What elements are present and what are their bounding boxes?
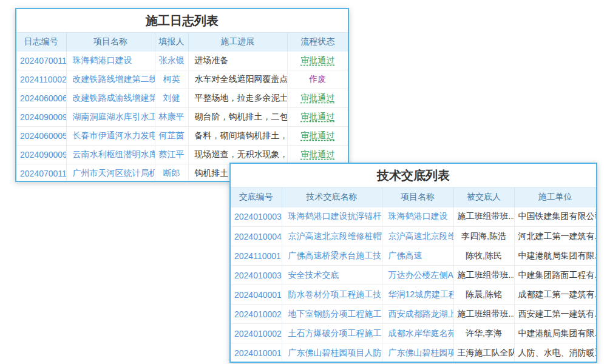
log-project-link[interactable]: 湖南洞庭湖水库引水工程... [73, 112, 155, 121]
tech-name-link[interactable]: 防水卷材分项工程施工技... [288, 289, 382, 299]
construction-log-title: 施工日志列表 [16, 9, 348, 32]
tech-project-link[interactable]: 成都水岸华庭名苑... [388, 328, 454, 338]
log-reporter-cell: 张永银 [155, 52, 188, 70]
status-badge[interactable]: 审批通过 [300, 149, 334, 160]
tech-project-link[interactable]: 广东佛山碧桂园项目 [388, 348, 454, 357]
tech-project-cell: 珠海鹤港口建设 [382, 207, 453, 227]
tech-project-cell: 广佛高速 [382, 246, 453, 266]
tech-recipient-cell: 李四海,陈浩 [453, 227, 514, 246]
table-row: 2024110002 改建铁路线增建第二线直... 柯英 水车对全线遮阳网覆盖点… [16, 70, 348, 89]
log-col-status: 流程状态 [287, 33, 348, 52]
tech-id-cell: 2024010002 [231, 305, 282, 324]
tech-id-link[interactable]: 2024010004 [234, 232, 282, 241]
log-reporter-cell: 刘健 [155, 89, 188, 108]
tech-name-cell: 安全技术交底 [282, 266, 382, 285]
log-reporter-cell: 林康平 [155, 108, 188, 127]
log-reporter-link[interactable]: 刘健 [163, 93, 180, 103]
tech-name-link[interactable]: 广佛高速桥梁承台施工技... [288, 251, 382, 260]
tech-name-link[interactable]: 安全技术交底 [288, 270, 339, 280]
tech-name-link[interactable]: 京沪高速北京段维修桩帽... [288, 231, 382, 241]
tech-project-link[interactable]: 珠海鹤港口建设 [388, 211, 448, 221]
tech-col-name: 技术交底名称 [282, 187, 382, 207]
table-row: 2024010002 土石方爆破分项工程施工... 成都水岸华庭名苑... 许华… [231, 324, 596, 343]
tech-id-link[interactable]: 2024010002 [234, 309, 282, 319]
tech-project-link[interactable]: 广佛高速 [388, 251, 422, 260]
tech-recipient-cell: 王海施工队全队 [453, 343, 514, 363]
tech-disclosure-panel: 技术交底列表 交底编号 技术交底名称 项目名称 被交底人 施工单位 202401… [229, 163, 597, 363]
tech-recipient-cell: 陈牧,陈民 [453, 246, 514, 266]
log-reporter-link[interactable]: 蔡江平 [159, 149, 185, 159]
tech-project-cell: 万达办公楼左侧A... [382, 266, 453, 285]
log-reporter-link[interactable]: 张永银 [159, 55, 185, 65]
tech-project-cell: 华润12城房建工程... [382, 285, 453, 305]
tech-id-link[interactable]: 2024010001 [234, 348, 282, 358]
log-project-link[interactable]: 广州市天河区统计局机房... [73, 168, 155, 178]
table-row: 2024090009 湖南洞庭湖水库引水工程... 林康平 砌台阶，钩机排土，二… [16, 108, 348, 127]
tech-project-link[interactable]: 华润12城房建工程... [388, 289, 454, 299]
tech-header-row: 交底编号 技术交底名称 项目名称 被交底人 施工单位 [231, 187, 596, 207]
log-project-link[interactable]: 珠海鹤港口建设 [73, 55, 132, 65]
log-project-link[interactable]: 改建铁路成渝线增建第二... [73, 93, 155, 103]
tech-id-link[interactable]: 2024010002 [234, 329, 282, 339]
tech-project-link[interactable]: 京沪高速北京段维修 [388, 231, 454, 241]
log-id-cell: 2024070011 [16, 52, 66, 70]
tech-name-link[interactable]: 土石方爆破分项工程施工... [288, 328, 382, 338]
log-reporter-link[interactable]: 断郎 [163, 168, 180, 178]
table-row: 2024110001 广佛高速桥梁承台施工技... 广佛高速 陈牧,陈民 中建港… [231, 246, 596, 266]
table-row: 2024010001 广东佛山碧桂园项目人防... 广东佛山碧桂园项目 王海施工… [231, 343, 596, 363]
log-reporter-link[interactable]: 林康平 [159, 112, 185, 121]
log-reporter-link[interactable]: 何芷茵 [159, 130, 185, 140]
tech-unit-cell: 人防、水电、消防暖通 [514, 343, 596, 363]
tech-project-link[interactable]: 万达办公楼左侧A... [388, 270, 454, 280]
log-project-cell: 湖南洞庭湖水库引水工程... [66, 108, 155, 127]
tech-project-cell: 西安成都路龙湖上... [382, 305, 453, 324]
tech-id-cell: 2024010004 [231, 227, 282, 246]
status-badge[interactable]: 审批通过 [300, 93, 334, 104]
log-reporter-link[interactable]: 柯英 [163, 74, 180, 84]
status-badge[interactable]: 审批通过 [300, 55, 334, 66]
log-project-cell: 珠海鹤港口建设 [66, 52, 155, 70]
tech-col-unit: 施工单位 [514, 187, 596, 207]
log-col-id: 日志编号 [16, 33, 66, 52]
log-id-link[interactable]: 2024060005 [20, 131, 66, 141]
log-id-link[interactable]: 2024110002 [20, 75, 66, 84]
tech-name-link[interactable]: 广东佛山碧桂园项目人防... [288, 348, 382, 357]
log-project-link[interactable]: 云南水利枢纽潜明水库一... [73, 149, 155, 159]
tech-disclosure-table: 交底编号 技术交底名称 项目名称 被交底人 施工单位 2024010003 珠海… [231, 187, 596, 363]
tech-name-cell: 广佛高速桥梁承台施工技... [282, 246, 382, 266]
log-status-cell: 审批通过 [287, 89, 348, 108]
tech-unit-cell: 成都建工第一建筑有... [514, 285, 596, 305]
log-reporter-cell: 蔡江平 [155, 146, 188, 164]
log-project-link[interactable]: 改建铁路线增建第二线直... [73, 74, 155, 84]
status-badge[interactable]: 作废 [309, 74, 326, 85]
log-id-cell: 2024110002 [16, 70, 66, 89]
log-id-cell: 2024060006 [16, 89, 66, 108]
log-id-link[interactable]: 2024060006 [20, 93, 66, 103]
tech-name-link[interactable]: 珠海鹤港口建设抗浮锚杆... [288, 211, 382, 221]
tech-id-cell: 2024010003 [231, 266, 282, 285]
log-col-reporter: 填报人 [155, 33, 188, 52]
table-row: 2024010003 安全技术交底 万达办公楼左侧A... 施工班组带班... … [231, 266, 596, 285]
log-id-link[interactable]: 2024070011 [20, 56, 66, 66]
log-id-link[interactable]: 2024090009 [20, 150, 66, 160]
tech-id-link[interactable]: 2024010003 [234, 212, 282, 221]
construction-log-table: 日志编号 项目名称 填报人 施工进展 流程状态 2024070011 珠海鹤港口… [16, 32, 348, 182]
tech-id-link[interactable]: 2024010003 [234, 271, 282, 280]
tech-table-body: 2024010003 珠海鹤港口建设抗浮锚杆... 珠海鹤港口建设 施工班组带班… [231, 207, 596, 363]
tech-id-link[interactable]: 2024040001 [234, 290, 282, 300]
log-project-cell: 长春市伊通河水力发电厂... [66, 127, 155, 146]
tech-project-link[interactable]: 西安成都路龙湖上... [388, 309, 454, 318]
tech-recipient-cell: 施工班组带班... [453, 266, 514, 285]
log-id-cell: 2024090009 [16, 146, 66, 164]
log-id-link[interactable]: 2024090009 [20, 112, 66, 122]
tech-id-link[interactable]: 2024110001 [234, 251, 281, 261]
construction-log-panel: 施工日志列表 日志编号 项目名称 填报人 施工进展 流程状态 202407001… [15, 8, 349, 182]
log-project-link[interactable]: 长春市伊通河水力发电厂... [73, 130, 155, 140]
table-row: 2024010002 地下室钢筋分项工程施工... 西安成都路龙湖上... 施工… [231, 305, 596, 324]
tech-name-link[interactable]: 地下室钢筋分项工程施工... [288, 309, 382, 318]
log-id-link[interactable]: 2024070011 [20, 169, 66, 178]
tech-col-id: 交底编号 [231, 187, 282, 207]
status-badge[interactable]: 审批通过 [300, 130, 334, 141]
log-reporter-cell: 何芷茵 [155, 127, 188, 146]
status-badge[interactable]: 审批通过 [300, 112, 334, 123]
